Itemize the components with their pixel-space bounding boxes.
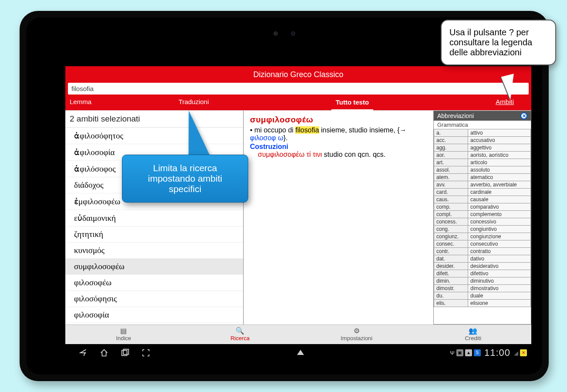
people-icon: 👥 — [415, 327, 532, 335]
tablet-bezel: Dizionario Greco Classico Lemma Traduzio… — [26, 17, 542, 375]
search-row — [65, 83, 531, 95]
table-row: desider.desiderativo — [434, 263, 531, 270]
constructions-label: Costruzioni — [250, 143, 427, 151]
lemma-item[interactable]: ἀφιλοσόφητος — [65, 128, 243, 144]
app-title: Dizionario Greco Classico — [65, 66, 531, 83]
table-row: consec.consecutivo — [434, 240, 531, 248]
def-text: • mi occupo di — [250, 126, 295, 134]
status-clock: 11:00 — [484, 347, 510, 358]
abbr-table: a.attivoacc.accusativoagg.aggettivoaor.a… — [434, 129, 531, 307]
abbr-panel-header: Abbreviazioni ✕ — [434, 111, 531, 121]
table-row: compl.complemento — [434, 211, 531, 218]
usb-icon: Ψ — [450, 350, 455, 356]
tab-tutto-testo[interactable]: Tutto testo — [331, 96, 373, 111]
def-crossref[interactable]: φιλοσοφ ω — [250, 134, 284, 142]
gear-icon: ⚙ — [298, 327, 415, 335]
table-row: congiunz.congiunzione — [434, 233, 531, 240]
tab-lemma[interactable]: Lemma — [65, 95, 96, 110]
left-column: 2 ambiti selezionati ἀφιλοσόφητοςἀφιλοσο… — [65, 111, 244, 324]
search-icon: 🔍 — [182, 327, 299, 335]
callout-blue: Limita la ricerca impostando ambiti spec… — [122, 155, 248, 203]
lemma-item[interactable]: φιλοσοφέω — [65, 275, 243, 291]
selected-filters-label: 2 ambiti selezionati — [65, 111, 243, 128]
table-row: art.articolo — [434, 159, 531, 166]
lemma-item[interactable]: φιλοσόφησις — [65, 291, 243, 307]
nav-crediti[interactable]: 👥Crediti — [415, 325, 532, 344]
lemma-item[interactable]: ζητητική — [65, 226, 243, 243]
table-row: difett.difettivo — [434, 270, 531, 277]
abbr-subtitle: Grammatica — [434, 121, 531, 129]
callout-white: Usa il pulsante ? per consultare la lege… — [441, 20, 556, 65]
tablet-camera — [254, 30, 315, 37]
nav-indice[interactable]: ▤Indice — [65, 325, 182, 344]
signal-icon: ◢ — [514, 350, 518, 356]
table-row: comp.comparativo — [434, 203, 531, 211]
tablet-screen: Dizionario Greco Classico Lemma Traduzio… — [65, 66, 531, 362]
table-row: dimostr.dimostrativo — [434, 285, 531, 292]
entry-panel: συμφιλοσοφέω • mi occupo di filosofia in… — [244, 111, 433, 324]
tablet-frame: Dizionario Greco Classico Lemma Traduzio… — [20, 11, 549, 381]
back-icon[interactable] — [78, 348, 88, 358]
table-row: assol.assoluto — [434, 166, 531, 174]
lemma-item[interactable]: εὐδαιμονική — [65, 210, 243, 226]
construction-trans: studio con qcn. qcs. — [322, 151, 385, 158]
status-icon-1: ▣ — [456, 349, 463, 356]
table-row: du.duale — [434, 292, 531, 300]
status-area: Ψ ▣ ▲ S 11:00 ◢ ✕ — [450, 347, 527, 358]
nav-impostazioni[interactable]: ⚙Impostazioni — [298, 325, 415, 344]
list-icon: ▤ — [65, 327, 182, 335]
android-navbar: Ψ ▣ ▲ S 11:00 ◢ ✕ — [65, 344, 531, 362]
svg-rect-0 — [122, 351, 127, 356]
table-row: caus.causale — [434, 196, 531, 203]
app-window: Dizionario Greco Classico Lemma Traduzio… — [65, 66, 531, 344]
table-row: acc.accusativo — [434, 137, 531, 144]
table-row: aor.aoristo, aoristico — [434, 152, 531, 159]
bottom-bar: ▤Indice 🔍Ricerca ⚙Impostazioni 👥Crediti — [65, 324, 531, 344]
screenshot-icon[interactable] — [141, 348, 151, 358]
def-highlight: filosofia — [295, 126, 319, 134]
recent-icon[interactable] — [120, 348, 130, 358]
lemma-item[interactable]: φιλοσοφία — [65, 307, 243, 323]
table-row: dimin.diminutivo — [434, 277, 531, 285]
tab-traduzioni[interactable]: Traduzioni — [174, 95, 213, 110]
lemma-item[interactable]: συμφιλοσοφέω — [65, 259, 243, 275]
table-row: dat.dativo — [434, 255, 531, 263]
search-input[interactable] — [68, 83, 529, 95]
table-row: elis.elisione — [434, 300, 531, 307]
battery-icon: ✕ — [520, 349, 527, 356]
entry-headword: συμφιλοσοφέω — [250, 115, 313, 124]
table-row: avv.avverbio, avverbiale — [434, 181, 531, 189]
abbreviations-panel: Abbreviazioni ✕ Grammatica a.attivoacc.a… — [433, 111, 531, 324]
def-text2: insieme, studio insieme, {→ — [319, 126, 407, 134]
table-row: concess.concessivo — [434, 218, 531, 226]
construction-greek: συμφιλοσοφέω τί τινι — [258, 151, 322, 158]
table-row: cong.congiuntivo — [434, 226, 531, 233]
table-row: a.attivo — [434, 129, 531, 137]
table-row: contr.contratto — [434, 248, 531, 255]
abbr-title: Abbreviazioni — [437, 112, 520, 119]
svg-rect-1 — [123, 349, 128, 355]
home-icon[interactable] — [99, 348, 109, 358]
status-icon-2: ▲ — [465, 349, 472, 356]
table-row: atem.atematico — [434, 174, 531, 181]
construction-line: συμφιλοσοφέω τί τινι studio con qcn. qcs… — [258, 151, 427, 159]
expand-icon[interactable] — [297, 350, 304, 355]
def-text3: }. — [284, 134, 288, 142]
nav-ricerca[interactable]: 🔍Ricerca — [182, 325, 299, 344]
status-icon-s: S — [474, 349, 481, 356]
lemma-item[interactable]: κυνισμός — [65, 243, 243, 259]
table-row: agg.aggettivo — [434, 144, 531, 152]
tab-bar: Lemma Traduzioni Tutto testo Ambiti — [65, 95, 531, 110]
table-row: card.cardinale — [434, 189, 531, 196]
entry-definition: • mi occupo di filosofia insieme, studio… — [250, 126, 427, 142]
close-icon[interactable]: ✕ — [520, 112, 527, 119]
